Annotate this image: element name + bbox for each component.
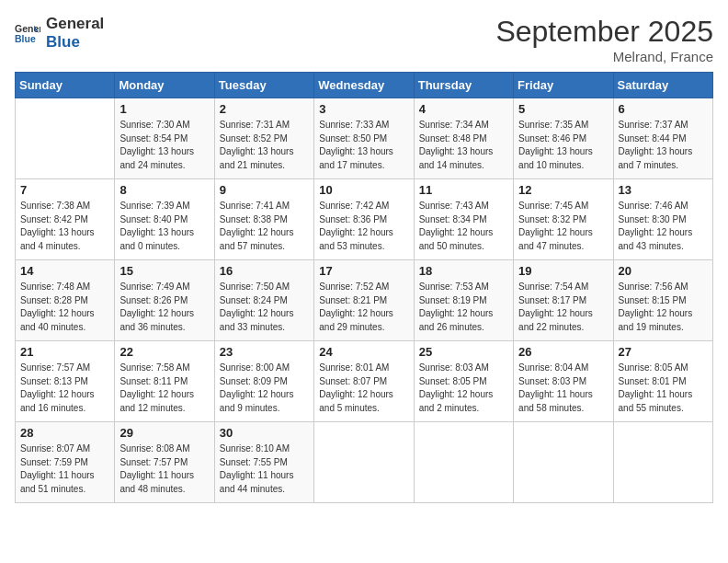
weekday-header-row: SundayMondayTuesdayWednesdayThursdayFrid… <box>16 73 713 98</box>
day-number: 15 <box>119 264 209 278</box>
calendar-cell: 13Sunrise: 7:46 AMSunset: 8:30 PMDayligh… <box>613 179 712 260</box>
calendar-cell: 29Sunrise: 8:08 AMSunset: 7:57 PMDayligh… <box>115 422 214 503</box>
day-info: Sunrise: 7:48 AMSunset: 8:28 PMDaylight:… <box>20 281 109 334</box>
calendar-cell: 2Sunrise: 7:31 AMSunset: 8:52 PMDaylight… <box>214 98 313 179</box>
calendar-cell: 27Sunrise: 8:05 AMSunset: 8:01 PMDayligh… <box>613 341 712 422</box>
weekday-header-friday: Friday <box>514 73 613 98</box>
calendar-cell: 11Sunrise: 7:43 AMSunset: 8:34 PMDayligh… <box>414 179 513 260</box>
day-number: 19 <box>518 264 608 278</box>
day-number: 23 <box>220 345 309 359</box>
logo-icon: General Blue <box>15 20 40 46</box>
day-info: Sunrise: 7:45 AMSunset: 8:32 PMDaylight:… <box>518 200 608 253</box>
calendar-cell <box>613 422 712 503</box>
day-number: 14 <box>20 264 109 278</box>
day-number: 24 <box>319 345 408 359</box>
day-number: 20 <box>619 264 708 278</box>
calendar-cell: 25Sunrise: 8:03 AMSunset: 8:05 PMDayligh… <box>414 341 513 422</box>
weekday-header-tuesday: Tuesday <box>214 73 313 98</box>
calendar-cell: 26Sunrise: 8:04 AMSunset: 8:03 PMDayligh… <box>514 341 613 422</box>
page-header: General Blue General Blue September 2025… <box>15 15 713 64</box>
week-row-5: 28Sunrise: 8:07 AMSunset: 7:59 PMDayligh… <box>16 422 713 503</box>
week-row-2: 7Sunrise: 7:38 AMSunset: 8:42 PMDaylight… <box>16 179 713 260</box>
day-info: Sunrise: 7:49 AMSunset: 8:26 PMDaylight:… <box>119 281 209 334</box>
calendar-cell: 30Sunrise: 8:10 AMSunset: 7:55 PMDayligh… <box>214 422 313 503</box>
location: Melrand, France <box>495 49 713 64</box>
calendar-cell: 8Sunrise: 7:39 AMSunset: 8:40 PMDaylight… <box>115 179 214 260</box>
day-info: Sunrise: 8:03 AMSunset: 8:05 PMDaylight:… <box>419 362 508 415</box>
day-info: Sunrise: 7:54 AMSunset: 8:17 PMDaylight:… <box>518 281 608 334</box>
day-number: 30 <box>220 426 309 440</box>
calendar-cell: 7Sunrise: 7:38 AMSunset: 8:42 PMDaylight… <box>16 179 115 260</box>
weekday-header-monday: Monday <box>115 73 214 98</box>
day-info: Sunrise: 8:01 AMSunset: 8:07 PMDaylight:… <box>319 362 408 415</box>
weekday-header-wednesday: Wednesday <box>314 73 414 98</box>
day-info: Sunrise: 7:42 AMSunset: 8:36 PMDaylight:… <box>319 200 408 253</box>
calendar-cell: 14Sunrise: 7:48 AMSunset: 8:28 PMDayligh… <box>16 260 115 341</box>
day-number: 6 <box>619 102 708 116</box>
calendar-cell: 16Sunrise: 7:50 AMSunset: 8:24 PMDayligh… <box>214 260 313 341</box>
weekday-header-sunday: Sunday <box>16 73 115 98</box>
day-number: 16 <box>220 264 309 278</box>
calendar-cell: 18Sunrise: 7:53 AMSunset: 8:19 PMDayligh… <box>414 260 513 341</box>
calendar-cell: 19Sunrise: 7:54 AMSunset: 8:17 PMDayligh… <box>514 260 613 341</box>
day-number: 10 <box>319 183 408 197</box>
weekday-header-thursday: Thursday <box>414 73 513 98</box>
day-number: 3 <box>319 102 408 116</box>
weekday-header-saturday: Saturday <box>613 73 712 98</box>
day-info: Sunrise: 7:35 AMSunset: 8:46 PMDaylight:… <box>518 119 608 172</box>
day-number: 11 <box>419 183 508 197</box>
calendar-cell: 9Sunrise: 7:41 AMSunset: 8:38 PMDaylight… <box>214 179 313 260</box>
day-info: Sunrise: 8:07 AMSunset: 7:59 PMDaylight:… <box>20 442 109 496</box>
calendar-cell: 22Sunrise: 7:58 AMSunset: 8:11 PMDayligh… <box>115 341 214 422</box>
day-number: 22 <box>119 345 209 359</box>
day-number: 5 <box>518 102 608 116</box>
calendar-cell: 12Sunrise: 7:45 AMSunset: 8:32 PMDayligh… <box>514 179 613 260</box>
day-info: Sunrise: 7:43 AMSunset: 8:34 PMDaylight:… <box>419 200 508 253</box>
day-number: 27 <box>619 345 708 359</box>
day-number: 26 <box>518 345 608 359</box>
day-number: 12 <box>518 183 608 197</box>
calendar-cell: 28Sunrise: 8:07 AMSunset: 7:59 PMDayligh… <box>16 422 115 503</box>
calendar-cell: 21Sunrise: 7:57 AMSunset: 8:13 PMDayligh… <box>16 341 115 422</box>
day-info: Sunrise: 8:04 AMSunset: 8:03 PMDaylight:… <box>518 362 608 415</box>
day-info: Sunrise: 8:08 AMSunset: 7:57 PMDaylight:… <box>119 442 209 496</box>
calendar-cell: 24Sunrise: 8:01 AMSunset: 8:07 PMDayligh… <box>314 341 414 422</box>
calendar-cell: 15Sunrise: 7:49 AMSunset: 8:26 PMDayligh… <box>115 260 214 341</box>
week-row-1: 1Sunrise: 7:30 AMSunset: 8:54 PMDaylight… <box>16 98 713 179</box>
day-info: Sunrise: 7:52 AMSunset: 8:21 PMDaylight:… <box>319 281 408 334</box>
calendar-cell: 4Sunrise: 7:34 AMSunset: 8:48 PMDaylight… <box>414 98 513 179</box>
day-number: 25 <box>419 345 508 359</box>
day-info: Sunrise: 7:56 AMSunset: 8:15 PMDaylight:… <box>619 281 708 334</box>
calendar-cell: 1Sunrise: 7:30 AMSunset: 8:54 PMDaylight… <box>115 98 214 179</box>
title-block: September 2025 Melrand, France <box>495 15 713 64</box>
day-info: Sunrise: 7:37 AMSunset: 8:44 PMDaylight:… <box>619 119 708 172</box>
day-number: 21 <box>20 345 109 359</box>
day-number: 7 <box>20 183 109 197</box>
day-info: Sunrise: 7:58 AMSunset: 8:11 PMDaylight:… <box>119 362 209 415</box>
day-info: Sunrise: 7:30 AMSunset: 8:54 PMDaylight:… <box>119 119 209 172</box>
day-number: 8 <box>119 183 209 197</box>
svg-text:Blue: Blue <box>15 32 36 43</box>
svg-text:General: General <box>15 22 40 33</box>
day-info: Sunrise: 7:34 AMSunset: 8:48 PMDaylight:… <box>419 119 508 172</box>
day-info: Sunrise: 8:10 AMSunset: 7:55 PMDaylight:… <box>220 442 309 496</box>
calendar-cell: 6Sunrise: 7:37 AMSunset: 8:44 PMDaylight… <box>613 98 712 179</box>
day-info: Sunrise: 7:41 AMSunset: 8:38 PMDaylight:… <box>220 200 309 253</box>
month-title: September 2025 <box>495 15 713 49</box>
day-info: Sunrise: 7:50 AMSunset: 8:24 PMDaylight:… <box>220 281 309 334</box>
calendar-cell: 5Sunrise: 7:35 AMSunset: 8:46 PMDaylight… <box>514 98 613 179</box>
day-number: 4 <box>419 102 508 116</box>
logo-line2: Blue <box>46 33 104 52</box>
calendar-cell <box>514 422 613 503</box>
day-number: 13 <box>619 183 708 197</box>
calendar-cell: 17Sunrise: 7:52 AMSunset: 8:21 PMDayligh… <box>314 260 414 341</box>
day-number: 29 <box>119 426 209 440</box>
week-row-3: 14Sunrise: 7:48 AMSunset: 8:28 PMDayligh… <box>16 260 713 341</box>
calendar-cell <box>414 422 513 503</box>
day-number: 18 <box>419 264 508 278</box>
day-number: 2 <box>220 102 309 116</box>
day-number: 17 <box>319 264 408 278</box>
day-number: 28 <box>20 426 109 440</box>
day-info: Sunrise: 7:38 AMSunset: 8:42 PMDaylight:… <box>20 200 109 253</box>
day-info: Sunrise: 7:39 AMSunset: 8:40 PMDaylight:… <box>119 200 209 253</box>
